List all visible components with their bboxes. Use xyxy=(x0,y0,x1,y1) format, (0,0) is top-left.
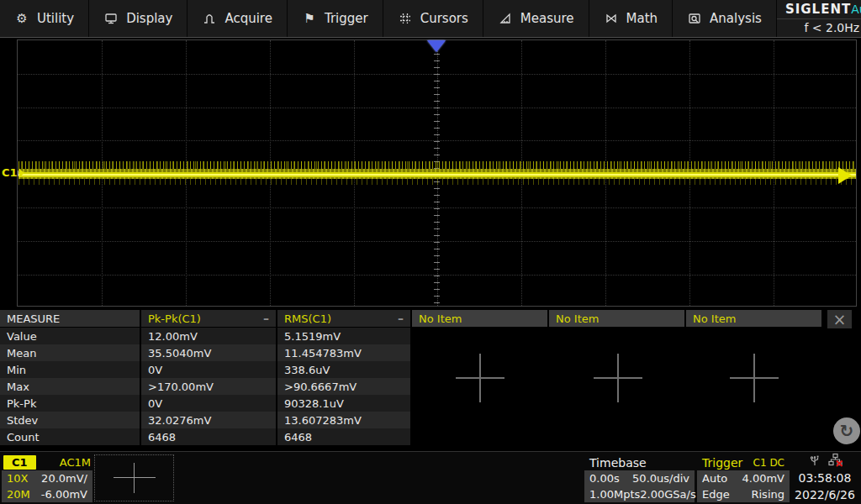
remove-measure-icon[interactable]: – xyxy=(263,314,269,323)
system-info: 03:58:08 2022/6/26 xyxy=(791,453,858,503)
measure-col-empty-2[interactable]: No Item xyxy=(549,310,684,327)
measure-col-empty-1[interactable]: No Item xyxy=(412,310,547,327)
monitor-icon xyxy=(103,11,119,26)
table-row: Min 0V 338.6uV xyxy=(0,361,412,378)
table-row: Mean 35.5040mV 11.454783mV xyxy=(0,344,412,361)
add-channel-icon xyxy=(114,463,156,493)
menu-utility-label: Utility xyxy=(37,11,74,26)
trigger-level-arrow xyxy=(838,167,852,184)
channel-badge: C1 xyxy=(3,455,36,470)
touch-gesture-icon[interactable]: ↻ xyxy=(833,417,860,444)
timebase-descriptor-box[interactable]: Timebase 0.00s 50.0us/div 1.00Mpts 2.00G… xyxy=(584,454,695,502)
menu-utility[interactable]: ⚙ Utility xyxy=(0,0,89,37)
trigger-type: Edge xyxy=(702,488,730,501)
trigger-level: 4.00mV xyxy=(742,472,784,485)
folder-magnifier-icon xyxy=(687,11,702,26)
table-row: Value 12.00mV 5.1519mV xyxy=(0,328,412,344)
graticule xyxy=(17,39,857,307)
table-row: Stdev 32.0276mV 13.607283mV xyxy=(0,412,412,428)
channel-scale: 20.0mV/ xyxy=(41,472,87,485)
remove-measure-icon[interactable]: – xyxy=(398,314,404,323)
math-bowtie-icon xyxy=(604,11,619,26)
channel-offset-marker[interactable]: C1 xyxy=(2,166,24,179)
acquisition-mode-badge: Auto xyxy=(851,3,861,16)
trace-noise-spikes-bottom xyxy=(18,179,856,185)
menu-display[interactable]: Display xyxy=(89,0,188,37)
channel-bandwidth: 20M xyxy=(7,488,30,501)
channel-marker-arrow-icon xyxy=(19,169,24,177)
timebase-memory-depth: 1.00Mpts xyxy=(589,488,640,501)
flag-icon: ⚑ xyxy=(302,11,317,26)
table-row: Count 6468 6468 xyxy=(0,428,412,445)
menu-measure[interactable]: Measure xyxy=(483,0,589,37)
menu-cursors[interactable]: Cursors xyxy=(383,0,483,37)
add-measure-icon[interactable] xyxy=(594,354,642,402)
measure-col-pkpk[interactable]: Pk-Pk(C1) – xyxy=(141,310,276,327)
gear-icon: ⚙ xyxy=(14,11,29,26)
ruler-triangle-icon xyxy=(498,11,513,26)
trigger-frequency: f < 2.0Hz xyxy=(777,18,861,38)
menu-trigger-label: Trigger xyxy=(325,11,368,26)
menu-measure-label: Measure xyxy=(520,11,574,26)
menu-analysis[interactable]: Analysis xyxy=(673,0,777,37)
measure-col-empty-3[interactable]: No Item xyxy=(686,310,821,327)
menu-display-label: Display xyxy=(126,11,172,26)
measure-panel: MEASURE Pk-Pk(C1) – RMS(C1) – No Item No… xyxy=(0,309,861,447)
add-measure-icon[interactable] xyxy=(456,354,504,402)
crosshair-grid-icon xyxy=(398,11,413,26)
add-measure-icon[interactable] xyxy=(730,354,779,402)
menu-cursors-label: Cursors xyxy=(420,11,468,26)
channel-descriptor-box[interactable]: C1 AC1M 10X 20.0mV/ 20M -6.00mV xyxy=(2,454,92,502)
usb-icon xyxy=(808,453,821,470)
menu-acquire-label: Acquire xyxy=(224,11,272,26)
trigger-title: Trigger xyxy=(702,456,742,470)
menu-math[interactable]: Math xyxy=(589,0,673,37)
waveform-display[interactable]: C1 xyxy=(0,39,861,309)
table-row: Pk-Pk 0V 90328.1uV xyxy=(0,395,412,412)
timebase-scale: 50.0us/div xyxy=(632,472,689,485)
channel-coupling: AC1M xyxy=(60,456,91,469)
trigger-source: C1 DC xyxy=(753,457,784,469)
status-bar: C1 AC1M 10X 20.0mV/ 20M -6.00mV Timebase… xyxy=(0,451,861,504)
brand-status-box: SIGLENT Auto f < 2.0Hz xyxy=(777,0,861,37)
timebase-sample-rate: 2.00GSa/s xyxy=(640,488,695,501)
add-channel-box[interactable] xyxy=(94,454,174,501)
timebase-delay: 0.00s xyxy=(589,472,620,485)
measure-col-rms[interactable]: RMS(C1) – xyxy=(277,310,410,327)
menu-trigger[interactable]: ⚑ Trigger xyxy=(288,0,383,37)
menu-math-label: Math xyxy=(626,11,658,26)
waveform-icon xyxy=(202,11,217,26)
channel-offset: -6.00mV xyxy=(41,488,87,501)
clock-time: 03:58:08 xyxy=(791,470,858,486)
trigger-position-marker[interactable] xyxy=(427,40,446,52)
menu-bar: ⚙ Utility Display Acquire ⚑ Trigger Curs… xyxy=(0,0,861,38)
channel-probe: 10X xyxy=(7,472,28,485)
trace-highlight xyxy=(18,174,856,176)
oscilloscope-screen: ⚙ Utility Display Acquire ⚑ Trigger Curs… xyxy=(0,0,861,504)
close-icon[interactable]: × xyxy=(827,310,852,328)
siglent-logo: SIGLENT xyxy=(785,2,851,17)
table-row: Max >170.00mV >90.6667mV xyxy=(0,378,412,395)
trigger-mode: Auto xyxy=(702,472,727,485)
trigger-descriptor-box[interactable]: Trigger C1 DC Auto 4.00mV Edge Rising xyxy=(697,454,790,502)
measure-title: MEASURE xyxy=(0,310,140,327)
menu-analysis-label: Analysis xyxy=(710,11,762,26)
lan-disconnected-icon xyxy=(828,453,843,470)
trigger-slope: Rising xyxy=(751,488,784,501)
clock-date: 2022/6/26 xyxy=(791,486,858,503)
timebase-title: Timebase xyxy=(589,456,647,470)
menu-acquire[interactable]: Acquire xyxy=(188,0,288,37)
